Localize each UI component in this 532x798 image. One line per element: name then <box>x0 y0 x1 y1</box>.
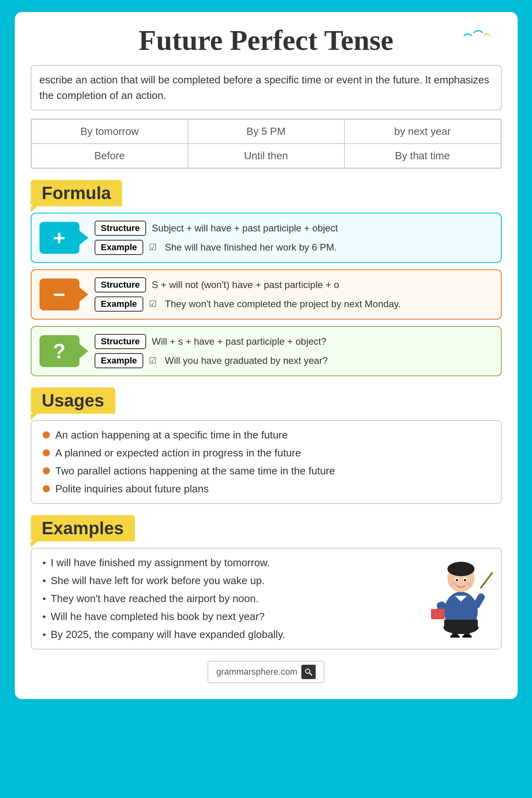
example-text-3: They won't have reached the airport by n… <box>51 593 259 605</box>
formula-header-tab: Formula <box>31 180 123 206</box>
example-item-1: • I will have finished my assignment by … <box>43 557 418 569</box>
example-item-3: • They won't have reached the airport by… <box>43 593 418 605</box>
examples-list: • I will have finished my assignment by … <box>43 557 418 641</box>
bullet-4: • <box>43 611 46 622</box>
orange-dot-1 <box>43 431 50 439</box>
negative-example-label: Example <box>95 296 144 312</box>
negative-arrow <box>79 287 88 302</box>
positive-arrow <box>79 231 88 245</box>
orange-dot-3 <box>43 467 50 474</box>
positive-symbol: + <box>53 226 65 250</box>
formula-block-negative: − Structure S + will not (won't) have + … <box>31 269 502 320</box>
positive-example-row: Example ☑ She will have finished her wor… <box>95 240 493 255</box>
teacher-figure <box>429 550 493 645</box>
usages-tab-point <box>31 414 37 420</box>
question-formula-rows: Structure Will + s + have + past partici… <box>95 334 493 368</box>
example-text-5: By 2025, the company will have expanded … <box>51 628 285 641</box>
examples-tab-point <box>31 541 37 548</box>
time-cell-by-tomorrow: By tomorrow <box>32 119 188 144</box>
svg-point-2 <box>447 562 475 576</box>
time-cell-by-next-year: by next year <box>344 119 501 144</box>
question-icon: ? <box>40 335 79 367</box>
search-button[interactable] <box>301 665 316 679</box>
example-text-1: I will have finished my assignment by to… <box>51 557 270 569</box>
negative-example-text: They won't have completed the project by… <box>165 298 401 310</box>
question-example-label: Example <box>95 353 144 368</box>
question-icon-wrap: ? <box>40 335 79 367</box>
bullet-2: • <box>43 575 46 587</box>
svg-point-6 <box>464 579 466 581</box>
bullet-3: • <box>43 593 46 604</box>
usage-item-2: A planned or expected action in progress… <box>43 447 490 459</box>
usages-header-tab: Usages <box>31 387 116 414</box>
positive-example-text: She will have finished her work by 6 PM. <box>165 242 337 253</box>
usage-item-3: Two parallel actions happening at the sa… <box>43 465 490 477</box>
example-item-5: • By 2025, the company will have expande… <box>43 628 418 641</box>
negative-example-row: Example ☑ They won't have completed the … <box>95 296 493 312</box>
footer-box: grammarsphere.com <box>208 661 324 683</box>
usage-text-1: An action happening at a specific time i… <box>55 429 288 441</box>
tab-point <box>31 206 37 213</box>
negative-symbol: − <box>53 282 65 306</box>
question-arrow <box>79 344 88 358</box>
bullet-5: • <box>43 629 46 640</box>
svg-rect-11 <box>444 620 478 628</box>
bullet-1: • <box>43 557 46 569</box>
example-text-2: She will have left for work before you w… <box>51 575 265 587</box>
question-check-icon: ☑ <box>149 356 157 366</box>
usage-text-4: Polite inquiries about future plans <box>55 483 209 495</box>
negative-structure-text: S + will not (won't) have + past partici… <box>152 279 339 290</box>
positive-structure-label: Structure <box>95 221 146 236</box>
positive-formula-rows: Structure Subject + will have + past par… <box>95 221 493 255</box>
positive-structure-row: Structure Subject + will have + past par… <box>95 221 493 236</box>
time-grid: By tomorrow By 5 PM by next year Before … <box>31 119 502 169</box>
description-box: escribe an action that will be completed… <box>31 65 502 111</box>
formula-section: Formula + Structure Subject + will have … <box>31 180 502 376</box>
positive-icon: + <box>40 222 79 254</box>
time-cell-by-5pm: By 5 PM <box>188 119 344 144</box>
main-card: Future Perfect Tense escribe an action t… <box>15 12 518 699</box>
formula-block-positive: + Structure Subject + will have + past p… <box>31 213 502 263</box>
svg-point-8 <box>465 583 471 586</box>
usages-box: An action happening at a specific time i… <box>31 420 502 504</box>
svg-point-7 <box>451 583 457 586</box>
positive-check-icon: ☑ <box>149 242 157 253</box>
examples-section: Examples • I will have finished my assig… <box>31 515 502 650</box>
examples-header: Examples <box>31 515 135 541</box>
example-item-2: • She will have left for work before you… <box>43 575 418 587</box>
time-cell-until-then: Until then <box>188 144 344 168</box>
svg-point-5 <box>456 579 458 581</box>
positive-example-label: Example <box>95 240 144 255</box>
example-text-4: Will he have completed his book by next … <box>51 610 265 623</box>
positive-structure-text: Subject + will have + past participle + … <box>152 223 338 234</box>
birds-decoration <box>462 28 490 47</box>
website-text: grammarsphere.com <box>216 667 297 677</box>
example-item-4: • Will he have completed his book by nex… <box>43 610 418 623</box>
negative-icon: − <box>40 279 79 310</box>
time-cell-by-that-time: By that time <box>344 144 501 168</box>
negative-structure-label: Structure <box>95 277 146 292</box>
formula-block-question: ? Structure Will + s + have + past parti… <box>31 326 502 376</box>
examples-box: • I will have finished my assignment by … <box>31 548 502 650</box>
usage-text-2: A planned or expected action in progress… <box>55 447 301 459</box>
usage-item-4: Polite inquiries about future plans <box>43 483 490 495</box>
usage-item-1: An action happening at a specific time i… <box>43 429 490 441</box>
svg-line-22 <box>309 673 312 676</box>
svg-point-14 <box>450 634 460 638</box>
time-cell-before: Before <box>32 144 188 168</box>
positive-icon-wrap: + <box>40 222 79 254</box>
question-structure-text: Will + s + have + past participle + obje… <box>152 336 326 347</box>
question-example-row: Example ☑ Will you have graduated by nex… <box>95 353 493 368</box>
question-example-text: Will you have graduated by next year? <box>165 355 328 366</box>
formula-header: Formula <box>31 180 123 206</box>
description-text: escribe an action that will be completed… <box>40 74 489 101</box>
svg-point-15 <box>462 634 472 638</box>
question-symbol: ? <box>53 339 66 363</box>
examples-header-tab: Examples <box>31 515 135 541</box>
svg-line-20 <box>481 573 492 588</box>
question-structure-label: Structure <box>95 334 146 349</box>
negative-check-icon: ☑ <box>149 299 157 309</box>
footer: grammarsphere.com <box>31 661 502 683</box>
negative-structure-row: Structure S + will not (won't) have + pa… <box>95 277 493 292</box>
orange-dot-2 <box>43 449 50 456</box>
